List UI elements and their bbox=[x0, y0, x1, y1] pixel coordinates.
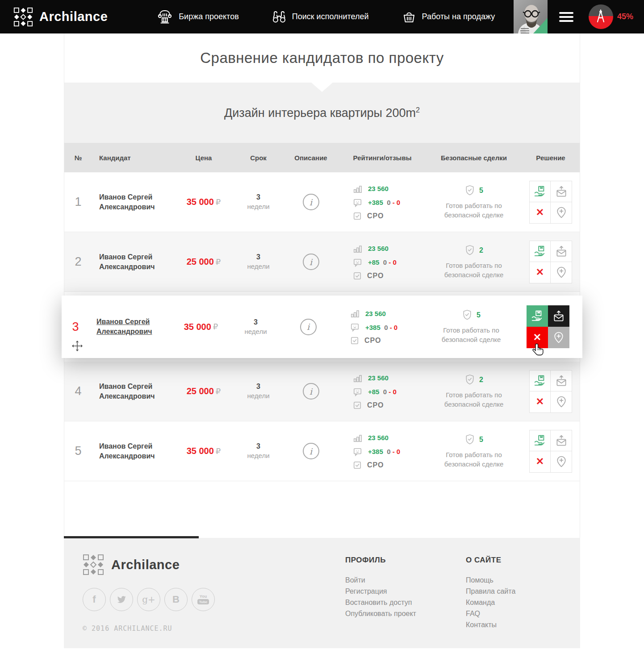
youtube-icon[interactable]: You Tube bbox=[192, 588, 215, 611]
archilance-logo-icon bbox=[13, 7, 33, 27]
send-message-icon[interactable] bbox=[551, 370, 572, 391]
safe-deals-cell: 5 Готов работать по безопасной сделке bbox=[427, 185, 521, 220]
bar-chart-icon bbox=[353, 244, 363, 254]
certification-label: СРО bbox=[367, 461, 384, 469]
column-header-number: № bbox=[64, 154, 92, 162]
footer-link-faq[interactable]: FAQ bbox=[466, 608, 515, 619]
price-value: 25 000 bbox=[187, 257, 214, 267]
nav-item-find-performers[interactable]: Поиск исполнителей bbox=[272, 10, 369, 24]
bar-chart-icon bbox=[353, 433, 363, 443]
deal-icon[interactable] bbox=[529, 370, 551, 391]
nav-label: Работы на продажу bbox=[422, 12, 495, 21]
negative-reviews: 0 bbox=[393, 258, 396, 266]
main-content: Сравнение кандидатов по проекту Дизайн и… bbox=[64, 33, 580, 538]
term-cell: 3 недели bbox=[233, 193, 284, 211]
decision-buttons: ✕ bbox=[529, 241, 572, 283]
term-value: 3 bbox=[256, 253, 260, 262]
menu-icon[interactable] bbox=[559, 10, 573, 24]
reject-icon[interactable]: ✕ bbox=[529, 262, 551, 283]
deal-icon[interactable] bbox=[527, 305, 548, 327]
table-row: 3 Иванов Сергей Александрович 35 000 ₽ 3… bbox=[62, 296, 582, 358]
candidate-name-link[interactable]: Иванов Сергей Александрович bbox=[99, 192, 175, 212]
safe-deals-count: 2 bbox=[479, 376, 483, 384]
bar-chart-icon bbox=[350, 308, 360, 318]
checkbox-icon bbox=[353, 401, 362, 410]
shield-icon bbox=[464, 185, 475, 196]
profile-progress-gauge[interactable] bbox=[589, 4, 613, 29]
footer-link-register[interactable]: Регистрация bbox=[345, 586, 466, 597]
column-header-safe-deals: Безопасные сделки bbox=[427, 154, 521, 162]
row-number: 2 bbox=[75, 255, 81, 269]
reject-icon[interactable]: ✕ bbox=[529, 391, 551, 413]
footer-link-contacts[interactable]: Контакты bbox=[466, 619, 515, 630]
brand[interactable]: Archilance bbox=[13, 7, 108, 27]
views-count: 23 560 bbox=[368, 185, 389, 192]
vk-icon[interactable]: B bbox=[164, 588, 188, 611]
term-unit: недели bbox=[244, 327, 267, 336]
send-message-icon[interactable] bbox=[551, 241, 572, 262]
shield-icon bbox=[464, 374, 475, 386]
add-location-icon[interactable] bbox=[551, 202, 572, 224]
add-location-icon[interactable] bbox=[548, 327, 569, 348]
nav-item-projects-exchange[interactable]: Биржа проектов bbox=[157, 9, 238, 25]
candidate-name-link[interactable]: Иванов Сергей Александрович bbox=[99, 441, 175, 461]
google-plus-icon[interactable]: g+ bbox=[137, 588, 160, 611]
footer-brand-name: Archilance bbox=[111, 558, 180, 572]
negative-reviews: 0 bbox=[397, 448, 400, 455]
brand-name: Archilance bbox=[39, 9, 108, 24]
checkbox-icon bbox=[350, 336, 359, 345]
reviews-separator: - bbox=[393, 448, 395, 455]
footer-link-help[interactable]: Помощь bbox=[466, 575, 515, 586]
ratings-cell: 23 560 +85 0 - 0 bbox=[338, 244, 427, 280]
info-icon[interactable]: i bbox=[300, 319, 317, 335]
add-location-icon[interactable] bbox=[551, 451, 572, 473]
nav-item-works-for-sale[interactable]: Работы на продажу bbox=[402, 10, 495, 24]
safe-deals-text: Готов работать по безопасной сделке bbox=[433, 325, 509, 344]
neutral-reviews: 0 bbox=[383, 258, 387, 266]
decision-buttons: ✕ bbox=[529, 370, 572, 413]
send-message-icon[interactable] bbox=[548, 305, 569, 327]
deal-icon[interactable] bbox=[529, 181, 551, 202]
info-icon[interactable]: i bbox=[303, 443, 319, 459]
safe-deals-text: Готов работать по безопасной сделке bbox=[436, 450, 512, 469]
add-location-icon[interactable] bbox=[551, 391, 572, 413]
safe-deals-cell: 2 Готов работать по безопасной сделке bbox=[427, 245, 521, 279]
add-location-icon[interactable] bbox=[551, 262, 572, 283]
certification-label: СРО bbox=[364, 337, 381, 345]
footer-link-team[interactable]: Команда bbox=[466, 597, 515, 608]
reviews-separator: - bbox=[393, 199, 395, 206]
archilance-logo-icon bbox=[83, 554, 104, 575]
nav-label: Поиск исполнителей bbox=[292, 12, 369, 21]
candidate-name-link[interactable]: Иванов Сергей Александрович bbox=[99, 252, 175, 271]
send-message-icon[interactable] bbox=[551, 430, 572, 451]
facebook-icon[interactable]: f bbox=[83, 588, 106, 611]
reviews-separator: - bbox=[389, 258, 391, 266]
footer-link-login[interactable]: Войти bbox=[345, 575, 466, 586]
footer-link-site-rules[interactable]: Правила сайта bbox=[466, 586, 515, 597]
table-row: 2 Иванов Сергей Александрович 25 000 ₽ 3… bbox=[64, 232, 580, 292]
user-avatar[interactable] bbox=[514, 0, 548, 33]
deal-icon[interactable] bbox=[529, 430, 551, 451]
certification-label: СРО bbox=[367, 272, 384, 280]
reject-icon[interactable]: ✕ bbox=[529, 451, 551, 473]
table-row: 1 Иванов Сергей Александрович 35 000 ₽ 3… bbox=[64, 172, 580, 232]
candidate-name-link[interactable]: Иванов Сергей Александрович bbox=[96, 317, 172, 336]
drag-move-icon[interactable] bbox=[71, 340, 83, 352]
safe-deals-text: Готов работать по безопасной сделке bbox=[436, 261, 512, 279]
certification-label: СРО bbox=[367, 401, 384, 409]
info-icon[interactable]: i bbox=[303, 383, 319, 400]
decision-buttons: ✕ bbox=[529, 430, 572, 473]
info-icon[interactable]: i bbox=[303, 194, 319, 210]
footer-brand[interactable]: Archilance bbox=[83, 554, 288, 575]
twitter-icon[interactable] bbox=[110, 588, 133, 611]
deal-icon[interactable] bbox=[529, 241, 551, 262]
info-icon[interactable]: i bbox=[303, 254, 319, 270]
reject-icon[interactable]: ✕ bbox=[529, 202, 551, 224]
candidate-name-link[interactable]: Иванов Сергей Александрович bbox=[99, 382, 175, 401]
footer-link-publish-project[interactable]: Опубликовать проект bbox=[345, 608, 466, 619]
footer-column-title: О САЙТЕ bbox=[466, 556, 515, 565]
send-message-icon[interactable] bbox=[551, 181, 572, 202]
footer-link-restore-access[interactable]: Востановить доступ bbox=[345, 597, 466, 608]
ratings-cell: 23 560 +385 0 - 0 bbox=[338, 433, 427, 470]
project-title: Дизайн интерьера квартиры 200m2 bbox=[224, 106, 420, 120]
